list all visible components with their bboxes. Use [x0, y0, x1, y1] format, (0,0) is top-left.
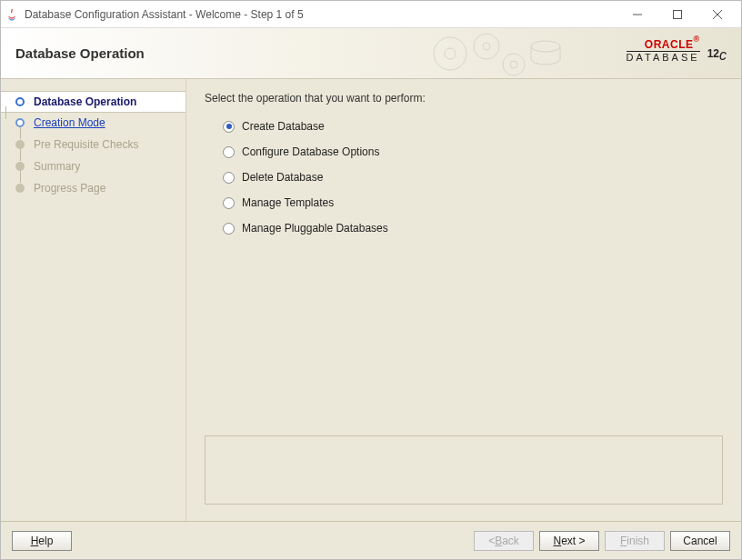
- svg-point-5: [445, 48, 456, 59]
- radio-icon: [223, 121, 235, 133]
- step-dot-icon: [15, 118, 25, 127]
- wizard-body: Database Operation Creation Mode Pre Req…: [1, 79, 741, 521]
- svg-point-4: [434, 37, 466, 70]
- radio-icon: [223, 223, 235, 235]
- radio-icon: [223, 197, 235, 209]
- radio-configure-database-options[interactable]: Configure Database Options: [223, 139, 723, 165]
- radio-delete-database[interactable]: Delete Database: [223, 165, 723, 190]
- step-prerequisite-checks: Pre Requisite Checks: [15, 134, 176, 155]
- radio-create-database[interactable]: Create Database: [223, 114, 723, 139]
- step-summary: Summary: [15, 155, 176, 177]
- steps-sidebar: Database Operation Creation Mode Pre Req…: [1, 79, 186, 521]
- step-progress-page: Progress Page: [15, 177, 176, 199]
- radio-label: Manage Templates: [242, 196, 334, 209]
- brand-name: ORACLE®: [645, 35, 700, 51]
- radio-manage-templates[interactable]: Manage Templates: [223, 190, 723, 215]
- description-panel: [205, 435, 723, 505]
- step-dot-icon: [15, 140, 25, 149]
- titlebar: Database Configuration Assistant - Welco…: [1, 1, 741, 28]
- window-title: Database Configuration Assistant - Welco…: [25, 8, 617, 21]
- wizard-footer: Help < Back Next > Finish Cancel: [1, 521, 741, 559]
- wizard-header: Database Operation ORACLE® DATABASE 12c: [1, 28, 741, 79]
- page-title: Database Operation: [15, 45, 145, 61]
- brand-version: 12c: [707, 48, 727, 63]
- finish-button: Finish: [605, 531, 665, 551]
- radio-manage-pluggable-databases[interactable]: Manage Pluggable Databases: [223, 215, 723, 241]
- svg-point-6: [474, 34, 499, 59]
- step-label: Progress Page: [34, 182, 105, 195]
- step-dot-icon: [15, 184, 25, 193]
- radio-label: Manage Pluggable Databases: [242, 222, 388, 235]
- gears-art: [423, 28, 568, 79]
- brand-product: DATABASE: [627, 51, 700, 63]
- app-window: Database Configuration Assistant - Welco…: [0, 0, 742, 560]
- oracle-logo: ORACLE® DATABASE 12c: [627, 35, 727, 63]
- maximize-button[interactable]: [657, 2, 697, 27]
- radio-icon: [223, 146, 235, 158]
- minimize-button[interactable]: [617, 2, 657, 27]
- operation-radio-group: Create Database Configure Database Optio…: [205, 114, 723, 241]
- step-label: Database Operation: [34, 95, 136, 108]
- step-label: Creation Mode: [34, 116, 105, 129]
- step-database-operation[interactable]: Database Operation: [1, 91, 186, 113]
- svg-point-7: [483, 43, 490, 50]
- svg-rect-1: [674, 10, 682, 18]
- instruction-text: Select the operation that you want to pe…: [205, 92, 723, 105]
- content-panel: Select the operation that you want to pe…: [186, 79, 741, 521]
- step-dot-icon: [15, 162, 25, 171]
- close-button[interactable]: [697, 2, 737, 27]
- step-dot-icon: [15, 97, 25, 106]
- window-controls: [617, 2, 737, 27]
- radio-label: Configure Database Options: [242, 145, 379, 158]
- radio-label: Delete Database: [242, 171, 323, 184]
- next-button[interactable]: Next >: [539, 531, 599, 551]
- radio-label: Create Database: [242, 120, 325, 133]
- radio-icon: [223, 172, 235, 184]
- help-button[interactable]: Help: [12, 531, 72, 551]
- svg-point-9: [510, 61, 517, 68]
- cancel-button[interactable]: Cancel: [670, 531, 730, 551]
- svg-point-8: [503, 54, 525, 75]
- back-button: < Back: [474, 531, 534, 551]
- java-icon: [5, 7, 19, 22]
- step-label: Summary: [34, 160, 80, 173]
- step-label: Pre Requisite Checks: [34, 138, 138, 151]
- step-creation-mode[interactable]: Creation Mode: [15, 112, 176, 134]
- svg-point-10: [531, 41, 560, 52]
